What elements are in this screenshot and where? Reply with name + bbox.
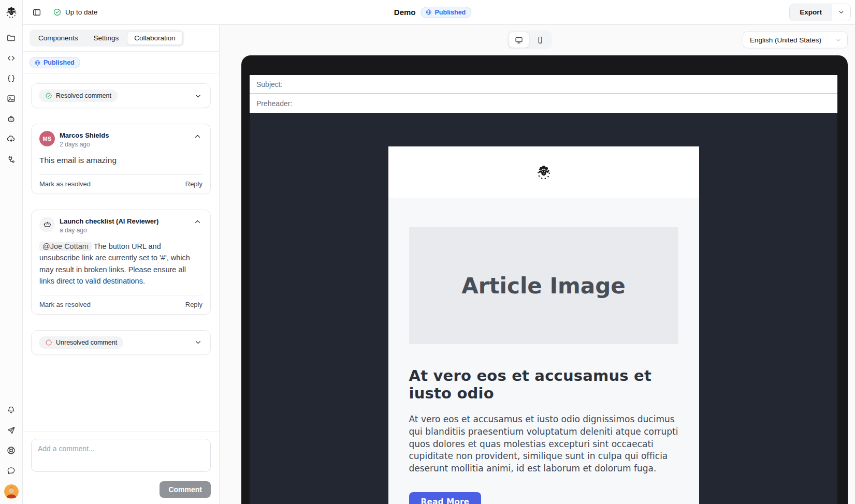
chevron-up-icon[interactable] <box>192 217 202 227</box>
braces-icon[interactable] <box>5 72 18 84</box>
comment-body: This email is amazing <box>39 155 202 166</box>
comment-composer: Comment <box>23 432 219 504</box>
tab-components[interactable]: Components <box>31 31 85 45</box>
read-more-button[interactable]: Read More <box>409 492 482 504</box>
topbar-center: Demo Published <box>394 0 471 24</box>
unresolved-comment-pill: Unresolved comment <box>39 336 123 349</box>
collaboration-panel: Components Settings Collaboration Publis… <box>23 25 220 504</box>
cloud-download-icon[interactable] <box>5 132 18 145</box>
language-select[interactable]: English (United States) <box>743 32 848 49</box>
sync-status-label: Up to date <box>65 8 97 16</box>
mobile-view-button[interactable] <box>530 32 550 48</box>
email-canvas: Article Image At vero eos et accusamus e… <box>250 113 837 504</box>
tab-collaboration[interactable]: Collaboration <box>127 31 183 45</box>
folder-icon[interactable] <box>5 32 18 44</box>
comment-author: Launch checklist (AI Reviewer) <box>60 217 187 226</box>
export-button-group: Export <box>789 4 851 21</box>
chevron-up-icon[interactable] <box>192 131 202 141</box>
email-logo-header <box>388 146 699 198</box>
check-circle-icon <box>53 8 62 17</box>
reply-button[interactable]: Reply <box>185 301 202 308</box>
avatar: MS <box>39 131 55 146</box>
panel-tabs-row: Components Settings Collaboration <box>23 25 219 52</box>
comments-list: Resolved comment MS Marcos Shields 2 d <box>23 74 219 432</box>
chevron-down-icon[interactable] <box>193 91 203 101</box>
unresolved-circle-icon <box>45 339 52 346</box>
email-frame: Subject: Preheader: <box>241 55 848 504</box>
sheep-logo-icon <box>534 162 554 182</box>
tab-settings[interactable]: Settings <box>86 31 126 45</box>
help-lifebuoy-icon[interactable] <box>5 444 18 456</box>
icon-rail <box>0 0 23 504</box>
sheep-logo-icon <box>4 5 19 20</box>
ai-robot-icon[interactable] <box>5 112 18 125</box>
chevron-down-icon <box>837 8 845 16</box>
notifications-bell-icon[interactable] <box>5 404 18 416</box>
globe-icon <box>426 9 432 16</box>
robot-avatar-icon <box>39 217 55 232</box>
comment-body: @Joe Cottam The button URL and unsubscri… <box>39 241 202 287</box>
comment-actions: Mark as resolved Reply <box>39 174 202 188</box>
comment-author: Marcos Shields <box>60 131 187 140</box>
comment-submit-button[interactable]: Comment <box>160 481 211 498</box>
monitor-icon <box>514 36 523 45</box>
app-logo <box>0 0 23 25</box>
resolved-comments-toggle[interactable]: Resolved comment <box>31 83 211 108</box>
send-icon[interactable] <box>5 424 18 436</box>
sync-status: Up to date <box>53 8 97 17</box>
comment-card: MS Marcos Shields 2 days ago This email … <box>31 124 211 194</box>
user-mention: @Joe Cottam <box>39 242 92 251</box>
topbar-left: Up to date <box>30 6 97 19</box>
desktop-view-button[interactable] <box>509 32 529 48</box>
preheader-label: Preheader: <box>256 99 292 108</box>
preview-toolbar: English (United States) <box>220 25 855 55</box>
comment-input[interactable] <box>31 439 211 472</box>
mark-as-resolved-button[interactable]: Mark as resolved <box>39 301 91 308</box>
rail-bottom-group <box>4 397 19 504</box>
comment-meta: Launch checklist (AI Reviewer) a day ago <box>60 217 187 234</box>
sidebar-toggle-icon[interactable] <box>30 6 44 19</box>
comment-header: Launch checklist (AI Reviewer) a day ago <box>39 217 202 234</box>
app-window: Up to date Demo Published Export <box>0 0 855 504</box>
unresolved-comments-toggle[interactable]: Unresolved comment <box>31 330 211 355</box>
export-menu-button[interactable] <box>832 4 850 21</box>
subject-field[interactable]: Subject: <box>250 75 837 94</box>
article-image-label: Article Image <box>461 273 625 299</box>
resolved-comment-pill: Resolved comment <box>39 90 118 102</box>
mark-as-resolved-button[interactable]: Mark as resolved <box>39 180 91 188</box>
comment-header: MS Marcos Shields 2 days ago <box>39 131 202 148</box>
export-button[interactable]: Export <box>790 4 832 21</box>
document-title: Demo <box>394 8 416 17</box>
email-body: Article Image At vero eos et accusamus e… <box>388 198 699 504</box>
chevron-down-icon[interactable] <box>193 337 203 348</box>
published-badge: Published <box>30 57 80 68</box>
chevron-down-icon <box>835 36 842 43</box>
panel-tabs: Components Settings Collaboration <box>30 29 184 47</box>
email-paragraph: At vero eos et accusamus et iusto odio d… <box>409 413 678 475</box>
globe-icon <box>34 60 41 66</box>
reply-button[interactable]: Reply <box>185 180 202 188</box>
published-status-badge: Published <box>421 7 472 18</box>
language-select-value: English (United States) <box>750 36 821 44</box>
rail-top-group <box>5 25 18 165</box>
subject-label: Subject: <box>256 80 283 88</box>
top-bar: Up to date Demo Published Export <box>23 0 855 25</box>
image-icon[interactable] <box>5 92 18 105</box>
user-avatar[interactable] <box>4 484 19 499</box>
comment-card: Launch checklist (AI Reviewer) a day ago… <box>31 210 211 315</box>
email-heading: At vero eos et accusamus et iusto odio <box>409 367 678 402</box>
email-preview-area: English (United States) Subject: Prehead… <box>220 25 855 504</box>
email-document: Article Image At vero eos et accusamus e… <box>388 146 699 504</box>
code-icon[interactable] <box>5 52 18 64</box>
comment-actions: Mark as resolved Reply <box>39 295 202 308</box>
panel-status-row: Published <box>23 52 219 74</box>
smartphone-icon <box>535 36 544 45</box>
preheader-field[interactable]: Preheader: <box>250 94 837 113</box>
chat-icon[interactable] <box>5 464 18 477</box>
comment-meta: Marcos Shields 2 days ago <box>60 131 187 148</box>
comment-timestamp: a day ago <box>60 227 187 234</box>
comment-timestamp: 2 days ago <box>60 141 187 148</box>
device-toggle <box>507 31 552 49</box>
integrations-plug-icon[interactable] <box>5 153 18 165</box>
resolved-check-icon <box>45 92 52 99</box>
